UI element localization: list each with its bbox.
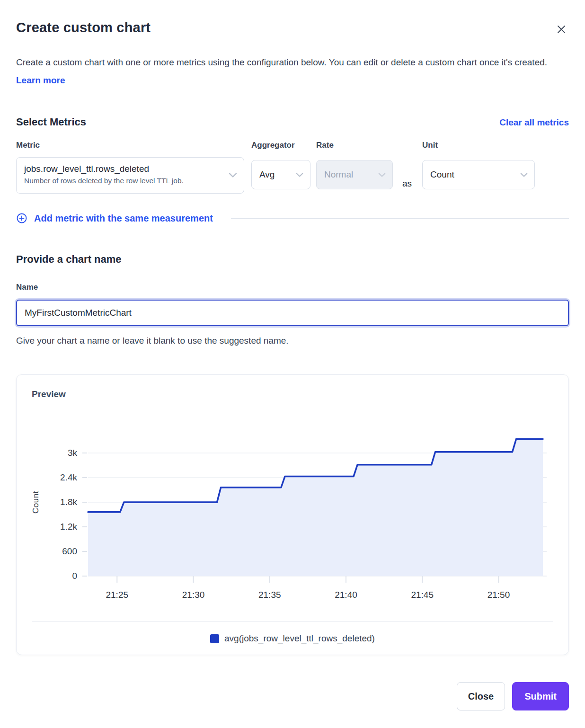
unit-select-value: Count xyxy=(430,169,454,180)
preview-panel: Preview 21:2521:3021:3521:4021:4521:5006… xyxy=(16,374,569,655)
metric-config-row: Metric jobs.row_level_ttl.rows_deleted N… xyxy=(16,141,569,194)
add-metric-label: Add metric with the same measurement xyxy=(34,213,213,224)
x-tick-label: 21:25 xyxy=(106,590,128,600)
aggregator-select-value: Avg xyxy=(259,169,275,180)
x-tick-label: 21:35 xyxy=(258,590,281,600)
chevron-down-icon xyxy=(229,171,237,180)
preview-chart-svg: 21:2521:3021:3521:4021:4521:5006001.2k1.… xyxy=(32,423,553,603)
close-icon xyxy=(556,29,567,36)
metric-select-description: Number of rows deleted by the row level … xyxy=(24,175,224,186)
y-tick-label: 1.8k xyxy=(60,497,77,507)
y-tick-label: 600 xyxy=(62,546,77,556)
unit-column: Unit Count xyxy=(422,141,535,194)
close-dialog-button[interactable]: Close xyxy=(457,682,505,710)
x-tick-label: 21:40 xyxy=(335,590,357,600)
chevron-down-icon xyxy=(520,169,528,180)
chevron-down-icon xyxy=(296,169,303,180)
add-metric-row: Add metric with the same measurement xyxy=(16,213,569,224)
y-tick-label: 3k xyxy=(68,448,78,458)
unit-select[interactable]: Count xyxy=(422,160,535,189)
y-tick-label: 1.2k xyxy=(60,522,77,532)
rate-select: Normal xyxy=(316,160,393,189)
learn-more-link[interactable]: Learn more xyxy=(16,75,65,85)
aggregator-column: Aggregator Avg xyxy=(251,141,310,194)
name-helper-text: Give your chart a name or leave it blank… xyxy=(16,336,569,346)
chart-name-heading: Provide a chart name xyxy=(16,253,569,266)
select-metrics-heading: Select Metrics xyxy=(16,116,86,128)
chart-name-input[interactable] xyxy=(16,300,569,326)
dialog-footer: Close Submit xyxy=(16,682,569,710)
metric-column: Metric jobs.row_level_ttl.rows_deleted N… xyxy=(16,141,244,194)
rate-select-value: Normal xyxy=(324,169,353,180)
aggregator-label: Aggregator xyxy=(251,141,310,150)
y-tick-label: 2.4k xyxy=(60,472,77,482)
y-axis-title: Count xyxy=(32,491,40,514)
submit-button[interactable]: Submit xyxy=(512,682,569,710)
legend-swatch xyxy=(210,634,219,643)
plus-circle-icon xyxy=(16,213,27,224)
legend-divider xyxy=(32,621,553,622)
legend-series-label: avg(jobs_row_level_ttl_rows_deleted) xyxy=(224,633,375,644)
rate-label: Rate xyxy=(316,141,393,150)
dialog-header: Create custom chart xyxy=(16,20,569,38)
divider xyxy=(231,218,569,219)
as-text: as xyxy=(393,178,422,194)
intro-text: Create a custom chart with one or more m… xyxy=(16,53,569,89)
close-button[interactable] xyxy=(554,22,569,38)
metric-select[interactable]: jobs.row_level_ttl.rows_deleted Number o… xyxy=(16,157,244,194)
metric-select-value: jobs.row_level_ttl.rows_deleted xyxy=(24,163,224,175)
page-title: Create custom chart xyxy=(16,20,151,36)
metric-label: Metric xyxy=(16,141,244,150)
x-tick-label: 21:45 xyxy=(411,590,434,600)
clear-all-metrics-link[interactable]: Clear all metrics xyxy=(499,117,569,128)
create-custom-chart-dialog: Create custom chart Create a custom char… xyxy=(0,0,585,728)
name-label: Name xyxy=(16,283,569,292)
chart-legend: avg(jobs_row_level_ttl_rows_deleted) xyxy=(32,633,553,644)
unit-label: Unit xyxy=(422,141,535,150)
select-metrics-header: Select Metrics Clear all metrics xyxy=(16,116,569,128)
y-tick-label: 0 xyxy=(72,571,77,581)
series-area xyxy=(88,439,543,577)
preview-heading: Preview xyxy=(32,389,553,400)
rate-column: Rate Normal xyxy=(316,141,393,194)
intro-text-body: Create a custom chart with one or more m… xyxy=(16,57,547,67)
chevron-down-icon xyxy=(378,169,386,180)
x-tick-label: 21:30 xyxy=(182,590,205,600)
x-tick-label: 21:50 xyxy=(488,590,510,600)
aggregator-select[interactable]: Avg xyxy=(251,160,310,189)
add-metric-button[interactable]: Add metric with the same measurement xyxy=(16,213,213,224)
